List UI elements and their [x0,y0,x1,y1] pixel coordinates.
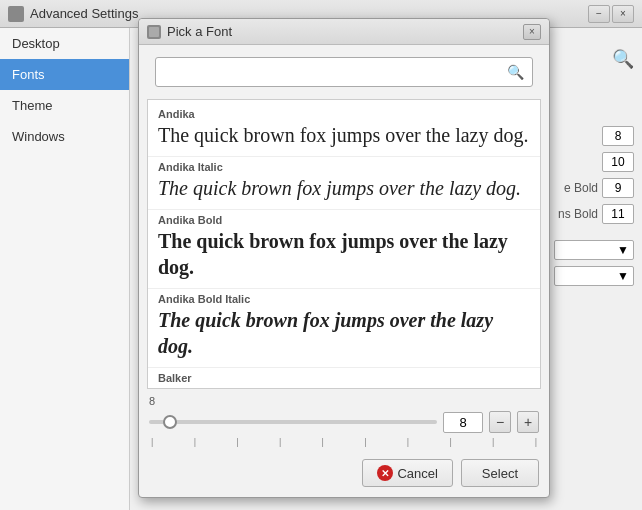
dialog-title: Pick a Font [167,24,517,39]
cancel-icon: ✕ [377,465,393,481]
size-plus-button[interactable]: + [517,411,539,433]
font-preview: The quick brown fox jumps over the lazy … [158,228,530,280]
cancel-button[interactable]: ✕ Cancel [362,459,452,487]
dialog-titlebar: Pick a Font × [139,19,549,45]
size-section: 8 − + ||||| ||||| [139,389,549,451]
size-slider[interactable] [149,412,437,432]
list-item[interactable]: Andika Bold ItalicThe quick brown fox ju… [148,289,540,368]
dialog-buttons: ✕ Cancel Select [139,451,549,497]
slider-track [149,420,437,424]
dialog-close-button[interactable]: × [523,24,541,40]
size-label: 8 [149,395,539,407]
size-controls: − + [149,411,539,433]
list-item[interactable]: BalkerThe quick brown fox jumps over the… [148,368,540,389]
svg-rect-0 [149,27,159,37]
font-name-label: Balker [158,372,530,384]
font-name-label: Andika Bold Italic [158,293,530,305]
cancel-label: Cancel [397,466,437,481]
search-bar: 🔍 [155,57,533,87]
list-item[interactable]: Andika BoldThe quick brown fox jumps ove… [148,210,540,289]
font-list[interactable]: AndikaThe quick brown fox jumps over the… [147,99,541,389]
select-button[interactable]: Select [461,459,539,487]
search-input[interactable] [164,65,507,80]
list-item[interactable]: Andika ItalicThe quick brown fox jumps o… [148,157,540,210]
slider-thumb[interactable] [163,415,177,429]
font-preview: The quick brown fox jumps over the lazy … [158,175,530,201]
size-minus-button[interactable]: − [489,411,511,433]
search-icon: 🔍 [507,64,524,80]
font-picker-dialog: Pick a Font × 🔍 AndikaThe quick brown fo… [138,18,550,498]
list-item[interactable]: AndikaThe quick brown fox jumps over the… [148,104,540,157]
dialog-overlay: Pick a Font × 🔍 AndikaThe quick brown fo… [0,0,642,510]
font-preview: The quick brown fox jumps over the lazy … [158,122,530,148]
font-name-label: Andika Italic [158,161,530,173]
dialog-icon [147,25,161,39]
size-input[interactable] [443,412,483,433]
font-name-label: Andika [158,108,530,120]
font-name-label: Andika Bold [158,214,530,226]
font-preview: The quick brown fox jumps over the lazy … [158,307,530,359]
slider-ticks: ||||| ||||| [149,437,539,447]
